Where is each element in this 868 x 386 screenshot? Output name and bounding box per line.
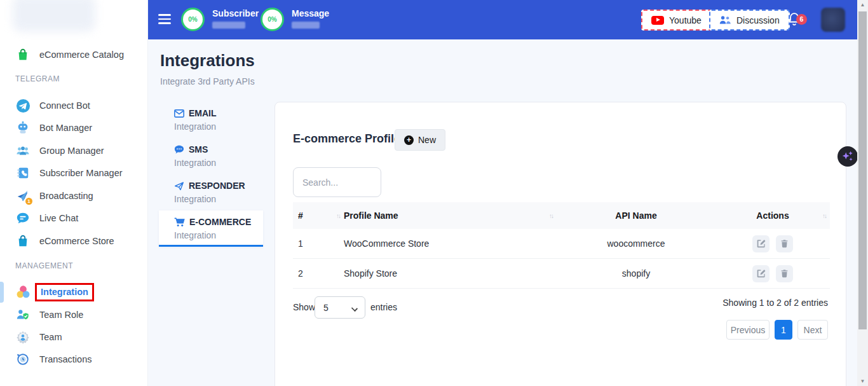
hamburger-menu-icon[interactable]	[158, 14, 172, 25]
show-label: Show	[293, 302, 315, 312]
subscriber-stat-label: Subscriber	[212, 8, 259, 18]
sidebar-item-group-manager[interactable]: Group Manager	[0, 140, 148, 162]
message-stat: 0% Message	[261, 8, 329, 31]
notifications-button[interactable]: 6	[787, 11, 806, 31]
cell-num: 1	[293, 238, 344, 249]
user-avatar[interactable]	[821, 8, 845, 32]
next-page-button[interactable]: Next	[797, 320, 828, 340]
sidebar-item-label: Subscriber Manager	[39, 168, 123, 178]
page-title: Integrations	[160, 51, 255, 71]
youtube-icon	[651, 16, 664, 25]
cell-actions	[715, 235, 830, 252]
sidebar-item-connect-bot[interactable]: Connect Bot	[0, 95, 148, 116]
sms-icon	[174, 145, 184, 155]
sidebar-item-label: Live Chat	[39, 213, 78, 223]
search-input[interactable]	[293, 167, 381, 197]
integration-subnav: EMAIL Integration SMS Integration RESPON…	[159, 102, 263, 247]
chevron-down-icon	[351, 305, 358, 312]
telegram-icon	[15, 98, 31, 113]
subnav-item-title: EMAIL	[189, 108, 217, 118]
showing-entries-text: Showing 1 to 2 of 2 entries	[722, 298, 828, 308]
cart-icon	[174, 217, 185, 227]
vertical-scrollbar[interactable]: ▲ ▼	[857, 0, 868, 386]
robot-icon	[15, 120, 31, 135]
shopping-bag-icon	[15, 47, 31, 62]
edit-pencil-icon	[757, 239, 766, 248]
main-content: Integrations Integrate 3rd Party APIs EM…	[148, 39, 857, 386]
notification-count-badge: 6	[796, 14, 807, 25]
column-header-actions: Actions ↑↓	[715, 210, 830, 221]
sidebar-item-label: eCommerce Catalog	[39, 50, 124, 60]
sidebar-item-ecommerce-catalog[interactable]: eCommerce Catalog	[0, 44, 148, 65]
store-bag-icon	[15, 233, 31, 249]
scroll-down-arrow-icon[interactable]: ▼	[857, 378, 868, 384]
column-header-num: # ↑↓	[293, 210, 344, 221]
column-header-profile-name: Profile Name ↑↓	[344, 210, 557, 221]
subnav-item-sms[interactable]: SMS Integration	[159, 138, 263, 174]
edit-pencil-icon	[757, 269, 766, 278]
discussion-users-icon	[719, 15, 731, 25]
subnav-item-title: E-COMMERCE	[189, 217, 251, 227]
table-header-row: # ↑↓ Profile Name ↑↓ API Name Actions ↑↓	[293, 202, 830, 229]
sidebar: eCommerce Catalog TELEGRAM Connect Bot B…	[0, 0, 148, 386]
subnav-item-title: RESPONDER	[189, 181, 245, 191]
entries-label: entries	[370, 302, 397, 312]
scrollbar-thumb[interactable]	[858, 11, 867, 329]
discussion-button-label: Discussion	[736, 15, 780, 25]
page-subtitle: Integrate 3rd Party APIs	[160, 76, 255, 86]
sidebar-item-subscriber-manager[interactable]: Subscriber Manager	[0, 162, 148, 184]
delete-button[interactable]	[776, 235, 793, 252]
pagination: Previous 1 Next	[726, 320, 828, 340]
sidebar-item-bot-manager[interactable]: Bot Manager	[0, 117, 148, 139]
subnav-item-responder[interactable]: RESPONDER Integration	[159, 174, 263, 210]
page-size-select[interactable]: 5	[315, 296, 365, 319]
redacted-value	[212, 22, 245, 29]
broadcast-icon: 1	[15, 188, 31, 203]
profiles-table: # ↑↓ Profile Name ↑↓ API Name Actions ↑↓…	[293, 202, 830, 289]
subnav-item-subtitle: Integration	[174, 156, 263, 169]
scroll-up-arrow-icon[interactable]: ▲	[857, 2, 868, 8]
subnav-item-ecommerce[interactable]: E-COMMERCE Integration	[159, 210, 263, 247]
current-page-button[interactable]: 1	[775, 320, 792, 340]
discussion-button[interactable]: Discussion	[709, 10, 790, 31]
sparkles-icon	[841, 149, 855, 163]
ai-assistant-button[interactable]	[837, 146, 858, 167]
sidebar-item-team-role[interactable]: Team Role	[0, 304, 148, 326]
trash-icon	[780, 239, 789, 248]
sort-icon[interactable]: ↑↓	[549, 212, 553, 219]
message-stat-label: Message	[292, 8, 329, 18]
sidebar-item-live-chat[interactable]: Live Chat	[0, 207, 148, 229]
delete-button[interactable]	[776, 265, 793, 282]
table-row: 2 Shopify Store shopify	[293, 259, 830, 289]
subscriber-stat: 0% Subscriber	[181, 8, 259, 31]
new-profile-button[interactable]: + New	[395, 129, 445, 151]
sidebar-item-label: Transactions	[39, 354, 92, 364]
email-icon	[174, 109, 184, 118]
sidebar-item-label: Connect Bot	[39, 100, 90, 111]
sort-icon[interactable]: ↑↓	[336, 212, 340, 219]
sidebar-item-ecommerce-store[interactable]: eCommerce Store	[0, 230, 148, 252]
sidebar-item-transactions[interactable]: Transactions	[0, 348, 148, 370]
sidebar-item-team[interactable]: Team	[0, 326, 148, 348]
sidebar-section-management: MANAGEMENT	[15, 261, 73, 270]
edit-button[interactable]	[752, 235, 770, 252]
contact-book-icon	[15, 165, 31, 181]
previous-page-button[interactable]: Previous	[726, 320, 770, 340]
cell-api-name: woocommerce	[557, 238, 715, 249]
cell-profile-name: Shopify Store	[344, 268, 557, 279]
subnav-item-email[interactable]: EMAIL Integration	[159, 102, 263, 138]
panel-heading: E-commerce Profile	[293, 132, 400, 146]
youtube-button[interactable]: Youtube	[641, 10, 712, 31]
team-role-icon	[15, 307, 31, 322]
sidebar-item-broadcasting[interactable]: 1 Broadcasting	[0, 185, 148, 207]
cell-api-name: shopify	[557, 268, 715, 279]
broadcasting-badge: 1	[25, 198, 32, 205]
subnav-item-title: SMS	[189, 144, 208, 155]
sidebar-item-integration[interactable]: Integration	[0, 281, 148, 303]
subnav-item-subtitle: Integration	[174, 193, 263, 205]
youtube-button-label: Youtube	[669, 15, 702, 25]
chat-bubble-icon	[15, 210, 31, 226]
edit-button[interactable]	[752, 265, 770, 282]
column-header-api-name: API Name	[557, 210, 715, 221]
sort-icon[interactable]: ↑↓	[822, 212, 826, 219]
